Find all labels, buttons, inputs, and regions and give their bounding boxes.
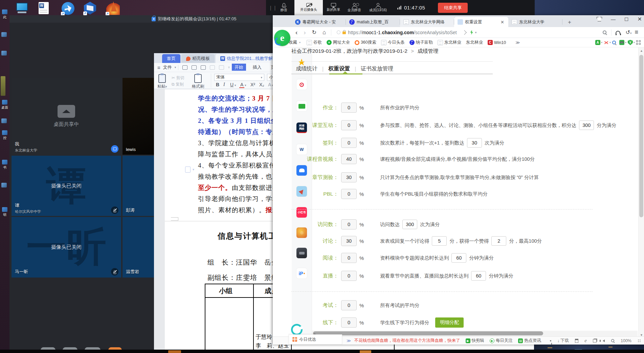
desktop-icon-app-blue-diamond[interactable]: ↗ — [84, 2, 96, 15]
new-tab-button[interactable]: + — [566, 19, 573, 27]
paste-button[interactable]: 粘贴▾ — [157, 74, 167, 89]
share-page-icon[interactable] — [462, 30, 467, 35]
taskbar-app-indicator[interactable] — [360, 350, 371, 353]
menu-icon[interactable]: ≡ — [631, 29, 641, 36]
ie-mode-icon[interactable]: e — [581, 338, 590, 344]
minimize-button[interactable]: — — [611, 17, 616, 22]
print-preview-icon[interactable] — [201, 65, 206, 70]
extensions-grid-icon[interactable] — [636, 40, 641, 45]
game-extension-icon[interactable]: 🎮 — [619, 40, 624, 45]
weight-value-input[interactable]: 30 — [341, 236, 357, 246]
pin-icon[interactable] — [547, 340, 554, 341]
mute-button[interactable]: 静音 — [273, 0, 294, 15]
maximize-button[interactable]: ☐ — [624, 17, 629, 22]
desc-value-input[interactable]: 30 — [467, 138, 482, 148]
format-painter-button[interactable]: 格式刷 — [192, 74, 204, 89]
url-field[interactable]: https://mooc1-1.chaoxing.com/scoreAnalys… — [333, 28, 570, 37]
bookmark-东北林业[interactable]: 东北林业 — [466, 40, 483, 45]
redo-icon[interactable] — [219, 65, 224, 70]
search-extension-icon[interactable] — [612, 41, 616, 44]
weight-value-input[interactable]: 0 — [341, 120, 357, 130]
flag-icon[interactable] — [572, 339, 581, 343]
site-info-icon[interactable] — [337, 30, 340, 34]
desc-value-input[interactable]: 60 — [451, 253, 466, 263]
scroll-up-icon[interactable]: ▲ — [639, 49, 644, 52]
video-tile-谭[interactable]: 谭摄像头已关闭谭哈尔滨风华中学 — [12, 156, 121, 216]
close-button[interactable]: ✕ — [638, 16, 642, 22]
mute-all-button[interactable]: 全员静音 — [344, 0, 365, 15]
desktop-edge-icon[interactable]: 控 — [0, 130, 9, 140]
superscript-button[interactable]: X² — [249, 82, 256, 87]
daily-deal-popup[interactable]: 今日优选 — [289, 334, 342, 345]
bookmark-今日头条[interactable]: 今日头条 — [381, 40, 405, 45]
desktop-edge-icon[interactable]: 此 — [0, 9, 9, 20]
xiaohongshu-icon[interactable]: 小红书 — [296, 207, 307, 218]
weight-value-input[interactable]: 0 — [341, 219, 357, 229]
weight-value-input[interactable]: 0 — [341, 317, 357, 328]
video-tile-我[interactable]: 桌面共享中我东北林业大学 — [12, 78, 121, 155]
desc-value-input[interactable]: 300 — [579, 120, 594, 130]
taskbar[interactable] — [0, 350, 644, 353]
browser-logo-icon[interactable]: e — [274, 30, 290, 46]
open-camera-button[interactable]: 开启摄像头 — [294, 0, 323, 15]
copy-button[interactable]: ⧉ 复制 — [172, 82, 184, 87]
desktop-edge-icon[interactable]: 书 — [0, 160, 9, 170]
status-tool-快剪辑[interactable]: ▶快剪辑 — [466, 338, 485, 344]
members-button[interactable]: 成员(13/16) — [365, 0, 391, 15]
wps-menu-插入[interactable]: 插入 — [250, 64, 264, 71]
status-tool-热点资讯[interactable]: ▤热点资讯 — [518, 338, 541, 344]
desktop-edge-icon[interactable]: 明 — [0, 207, 9, 217]
forward-button[interactable]: › — [301, 29, 309, 36]
tab-close-icon[interactable]: ✕ — [500, 20, 505, 25]
desktop-edge-icon[interactable]: 桌面 — [0, 100, 9, 110]
weight-value-input[interactable]: 0 — [341, 253, 357, 263]
chevron-down-icon[interactable]: ▾ — [475, 31, 477, 34]
desktop-edge-icon[interactable] — [1, 76, 5, 96]
weight-value-input[interactable]: 0 — [341, 271, 357, 281]
weibo-icon[interactable]: ⊙ — [296, 79, 307, 90]
zoom-level[interactable]: 100% — [618, 338, 635, 343]
italic-button[interactable]: I — [222, 82, 226, 87]
doc-nav-icon[interactable] — [185, 167, 191, 173]
search-icon[interactable] — [603, 30, 606, 34]
desktop-edge-icon[interactable] — [1, 51, 7, 56]
browser-tab-3[interactable]: 东北林业大学网络 — [400, 17, 454, 27]
save-icon[interactable] — [182, 65, 187, 70]
bookmark-谷歌[interactable]: 谷歌 — [307, 40, 322, 45]
bold-button[interactable]: B — [215, 82, 220, 87]
print-icon[interactable] — [192, 65, 197, 70]
status-ad-link[interactable]: 不花钱也能降血糖，现在都在用这个方法降血糖，快来了 — [354, 338, 460, 344]
weight-value-input[interactable]: 0 — [341, 138, 357, 148]
home-button[interactable]: ⌂ — [319, 29, 329, 36]
font-color-button[interactable]: A — [239, 82, 244, 88]
window-layout-icon[interactable] — [590, 339, 600, 343]
desc-value-input[interactable]: 5 — [432, 236, 447, 246]
refresh-button[interactable]: ↻ — [309, 29, 319, 36]
bookmark-纳子富勒[interactable]: ⠍纳子富勒 — [409, 40, 433, 45]
end-share-button[interactable]: 结束共享 — [438, 3, 468, 13]
subscript-button[interactable]: X₂ — [258, 82, 265, 87]
underline-button[interactable]: U — [229, 82, 235, 87]
score-tab-成绩统计[interactable]: 成绩统计 — [296, 65, 317, 72]
browser-tab-5[interactable]: 东北林业大学 — [508, 17, 562, 27]
desc-value-input[interactable]: 60 — [471, 271, 486, 281]
horizontal-scrollbar[interactable]: ▶ — [312, 331, 638, 336]
hamburger-icon[interactable]: ≡ — [157, 65, 160, 70]
weight-value-input[interactable]: 30 — [341, 172, 357, 182]
browser-tab-4[interactable]: 权重设置✕ — [454, 17, 508, 27]
download-button[interactable]: ↓ 下载 — [554, 338, 572, 344]
wps-menu-file[interactable]: 文件 — [160, 63, 175, 71]
desktop-icon-app-blue-round[interactable]: ↗ — [62, 2, 74, 15]
detail-allocate-button[interactable]: 明细分配 — [435, 317, 464, 328]
desc-value-input[interactable]: 300 — [402, 220, 417, 229]
bookmark-网址大全[interactable]: +网址大全 — [327, 40, 350, 45]
browser-tab-2[interactable]: ⠍matlab上取整_百 — [346, 17, 400, 27]
desc-value-input[interactable]: 2 — [491, 236, 506, 246]
desktop-icon-word-document[interactable]: W — [39, 2, 49, 14]
new-share-button[interactable]: 新的共享 — [323, 0, 344, 15]
desktop-icon-this-pc[interactable] — [16, 3, 28, 13]
status-tool-每日关注[interactable]: ▶每日关注 — [490, 338, 513, 344]
more-bookmarks-icon[interactable]: ≫ — [515, 40, 520, 45]
zoom-search-icon[interactable] — [608, 339, 618, 343]
wps-menu-开始[interactable]: 开始 — [232, 64, 246, 71]
